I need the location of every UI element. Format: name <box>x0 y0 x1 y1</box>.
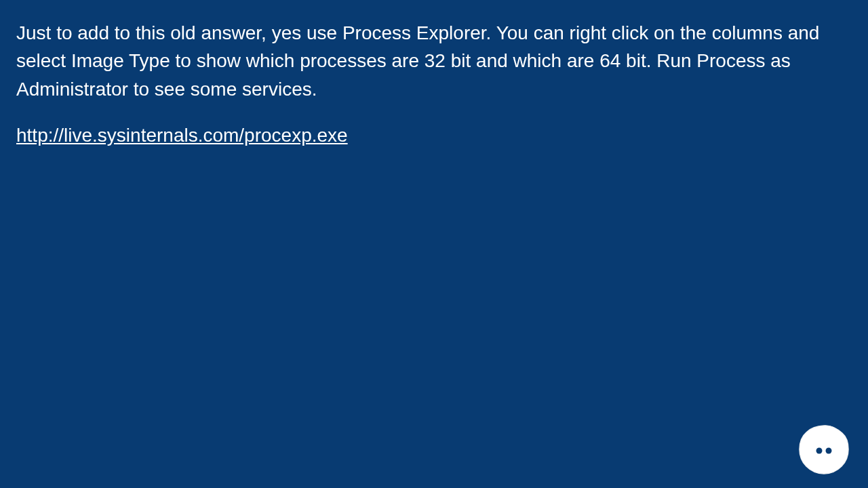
svg-point-1 <box>826 448 832 454</box>
answer-download-link[interactable]: http://live.sysinternals.com/procexp.exe <box>16 122 348 148</box>
watermark-badge <box>797 423 850 476</box>
svg-point-0 <box>816 448 823 454</box>
watermark-icon <box>797 423 850 476</box>
answer-body-text: Just to add to this old answer, yes use … <box>16 19 852 103</box>
